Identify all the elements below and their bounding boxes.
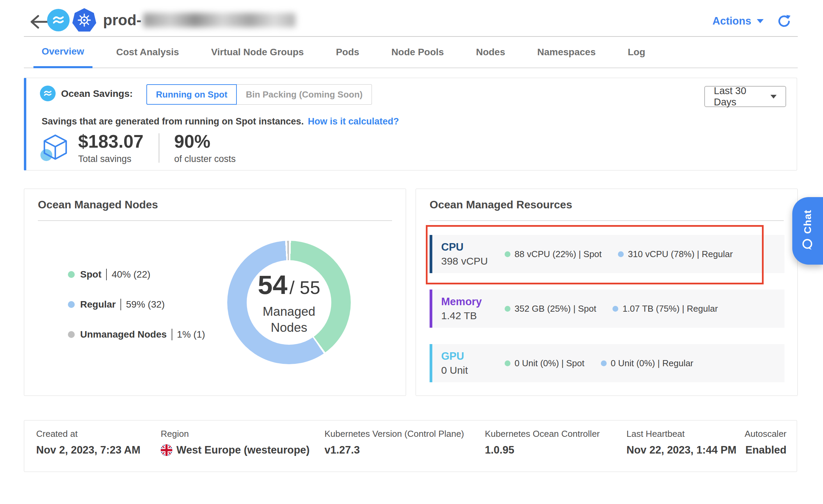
cpu-spot-detail: 88 vCPU (22%) | Spot (505, 249, 602, 260)
legend-item-spot: Spot 40% (22) (68, 268, 205, 281)
tab-virtual-node-groups[interactable]: Virtual Node Groups (203, 37, 312, 68)
memory-spot-detail: 352 GB (25%) | Spot (505, 303, 596, 314)
cluster-name-redacted (143, 13, 295, 27)
tab-pods[interactable]: Pods (328, 37, 367, 68)
total-savings-block: $183.07 Total savings (78, 132, 144, 164)
gpu-spot-detail: 0 Unit (0%) | Spot (505, 358, 584, 369)
legend-item-regular: Regular 59% (32) (68, 298, 205, 311)
managed-nodes-title: Ocean Managed Nodes (38, 198, 158, 211)
divider (172, 329, 172, 340)
cluster-info-bar: Created at Nov 2, 2023, 7:23 AM Region W… (24, 420, 797, 472)
divider (38, 220, 392, 221)
tab-bar: Overview Cost Analysis Virtual Node Grou… (24, 36, 798, 68)
cpu-regular-detail: 310 vCPU (78%) | Regular (618, 249, 733, 260)
cluster-cost-label: of cluster costs (174, 154, 236, 164)
tab-namespaces[interactable]: Namespaces (529, 37, 604, 68)
ocean-managed-nodes-panel: Ocean Managed Nodes Spot 40% (22) Regula… (24, 189, 406, 396)
managed-nodes-donut-chart: 54 / 55 Managed Nodes (227, 241, 351, 364)
gpu-total: 0 Unit (441, 365, 500, 376)
regular-dot-icon (618, 251, 624, 257)
tab-nodes[interactable]: Nodes (468, 37, 514, 68)
total-count: / 55 (289, 277, 320, 298)
donut-center-label: Managed Nodes (253, 304, 325, 336)
chevron-down-icon (757, 19, 764, 23)
chat-bubble-icon (800, 238, 815, 252)
cpu-total: 398 vCPU (441, 255, 500, 267)
actions-menu-button[interactable]: Actions (712, 15, 764, 27)
info-autoscaler: Autoscaler Enabled (745, 429, 786, 456)
cluster-title: prod- (103, 12, 295, 29)
memory-label: Memory (441, 296, 500, 308)
spot-dot-icon (505, 360, 510, 366)
info-created-at: Created at Nov 2, 2023, 7:23 AM (36, 429, 141, 456)
refresh-button[interactable] (777, 14, 792, 29)
total-savings-value: $183.07 (78, 132, 144, 151)
tab-overview[interactable]: Overview (33, 37, 92, 68)
divider (120, 299, 121, 310)
period-dropdown-value: Last 30 Days (714, 85, 770, 108)
tab-cost-analysis[interactable]: Cost Analysis (108, 37, 187, 68)
spot-dot-icon (505, 251, 510, 257)
ocean-savings-label: Ocean Savings: (61, 88, 133, 99)
resource-row-memory: Memory 1.42 TB 352 GB (25%) | Spot 1.07 … (430, 290, 784, 328)
kubernetes-logo-icon (72, 8, 96, 32)
memory-regular-detail: 1.07 TB (75%) | Regular (612, 303, 718, 314)
gpu-regular-detail: 0 Unit (0%) | Regular (601, 358, 693, 369)
ocean-managed-resources-panel: Ocean Managed Resources CPU 398 vCPU 88 … (416, 189, 798, 396)
divider (106, 269, 107, 280)
metric-divider (159, 133, 159, 163)
savings-toggle: Running on Spot Bin Packing (Coming Soon… (146, 84, 372, 105)
ocean-savings-banner: Ocean Savings: Running on Spot Bin Packi… (24, 78, 797, 171)
how-calculated-link[interactable]: How is it calculated? (308, 116, 399, 127)
managed-resources-title: Ocean Managed Resources (430, 198, 572, 211)
regular-dot-icon (68, 301, 75, 308)
savings-metrics: $183.07 Total savings 90% of cluster cos… (40, 132, 236, 164)
memory-total: 1.42 TB (441, 310, 500, 322)
toggle-running-on-spot[interactable]: Running on Spot (146, 84, 237, 105)
unmanaged-dot-icon (68, 331, 75, 338)
gpu-label: GPU (441, 350, 500, 362)
cluster-cost-value: 90% (174, 132, 236, 151)
back-button[interactable] (29, 14, 48, 30)
cluster-cost-block: 90% of cluster costs (174, 132, 236, 164)
chat-button[interactable]: Chat (792, 197, 823, 265)
info-last-heartbeat: Last Heartbeat Nov 22, 2023, 1:44 PM (626, 429, 736, 456)
legend-item-unmanaged: Unmanaged Nodes 1% (1) (68, 328, 205, 341)
actions-label: Actions (712, 15, 751, 27)
ocean-logo-icon (47, 9, 70, 31)
chat-label: Chat (802, 210, 813, 234)
total-savings-label: Total savings (78, 154, 144, 164)
nodes-legend: Spot 40% (22) Regular 59% (32) Unmanaged… (68, 268, 205, 358)
ocean-mini-logo-icon (40, 86, 56, 101)
spot-dot-icon (68, 271, 75, 278)
savings-description: Savings that are generated from running … (42, 116, 399, 127)
info-region: Region West Europe (westeurope) (161, 429, 309, 456)
info-ocean-controller: Kubernetes Ocean Controller 1.0.95 (485, 429, 600, 456)
divider (430, 220, 784, 221)
resource-row-gpu: GPU 0 Unit 0 Unit (0%) | Spot 0 Unit (0%… (430, 344, 784, 382)
resource-row-cpu: CPU 398 vCPU 88 vCPU (22%) | Spot 310 vC… (430, 235, 784, 273)
toggle-bin-packing[interactable]: Bin Packing (Coming Soon) (237, 84, 372, 105)
chevron-down-icon (770, 95, 777, 99)
period-dropdown[interactable]: Last 30 Days (704, 86, 786, 107)
managed-count: 54 (258, 269, 288, 300)
cpu-label: CPU (441, 241, 500, 253)
donut-center: 54 / 55 Managed Nodes (247, 260, 331, 345)
savings-cube-icon (40, 132, 71, 163)
regular-dot-icon (601, 360, 607, 366)
regular-dot-icon (612, 306, 618, 312)
ocean-cluster-overview-page: prod- Actions Overview Cost Analysis Vir… (0, 0, 823, 504)
uk-flag-icon (161, 444, 172, 456)
info-k8s-version: Kubernetes Version (Control Plane) v1.27… (324, 429, 464, 456)
tab-node-pools[interactable]: Node Pools (383, 37, 452, 68)
tab-log[interactable]: Log (620, 37, 653, 68)
spot-dot-icon (505, 306, 510, 312)
cluster-title-prefix: prod- (103, 12, 141, 29)
